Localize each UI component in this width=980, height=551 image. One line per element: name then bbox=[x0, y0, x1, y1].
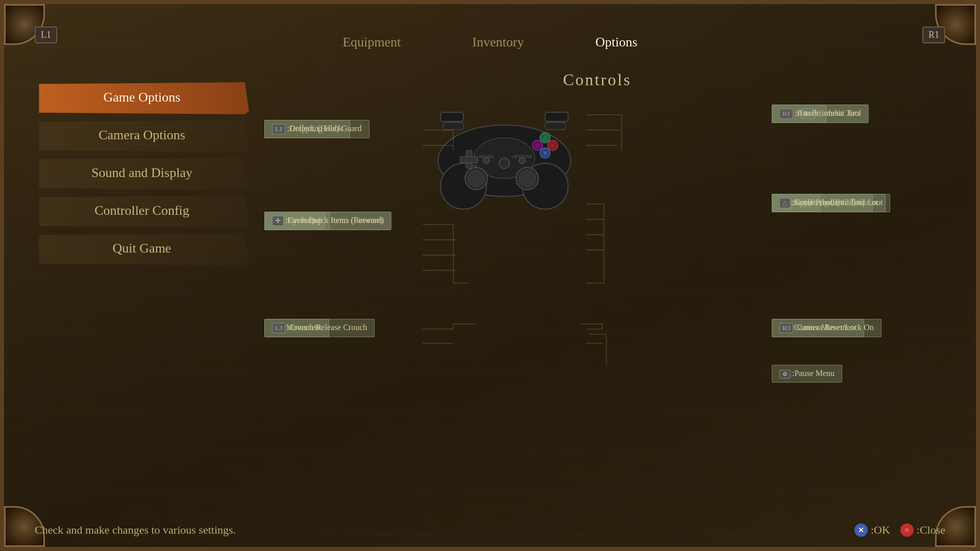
controller-image: SHARE OPTIONS bbox=[423, 99, 586, 232]
tab-options[interactable]: Options bbox=[565, 30, 668, 55]
status-bar: Check and make changes to various settin… bbox=[35, 523, 945, 537]
svg-point-16 bbox=[468, 170, 484, 187]
tab-inventory[interactable]: Inventory bbox=[442, 30, 554, 55]
tab-equipment[interactable]: Equipment bbox=[312, 30, 431, 55]
game-window: L1 Equipment Inventory Options R1 Game O… bbox=[0, 0, 980, 551]
ctrl-r1-attack: R1:Attack bbox=[772, 105, 826, 123]
options-icon: ⚙ bbox=[779, 370, 791, 379]
close-button[interactable]: ○ :Close bbox=[900, 523, 945, 537]
sidebar-item-quit-game[interactable]: Quit Game bbox=[35, 232, 249, 265]
controller-diagram: L2:Grappling Hook L1:Deflect, (Hold) Gua… bbox=[264, 99, 930, 365]
sidebar-item-sound-display[interactable]: Sound and Display bbox=[35, 156, 249, 190]
lb-button[interactable]: L1 bbox=[35, 27, 57, 43]
l1-icon: L1 bbox=[272, 124, 285, 134]
main-content: Game Options Camera Options Sound and Di… bbox=[35, 60, 945, 506]
svg-rect-14 bbox=[460, 157, 478, 163]
sidebar-item-controller-config[interactable]: Controller Config bbox=[35, 194, 249, 228]
nav-lb[interactable]: L1 bbox=[35, 27, 57, 43]
l3-icon: L3 bbox=[272, 323, 285, 333]
nav-tabs: Equipment Inventory Options bbox=[312, 14, 668, 55]
ctrl-triangle-cycle: △:Cycle Prosthetic Tool bbox=[772, 194, 873, 212]
sidebar-item-camera-options[interactable]: Camera Options bbox=[35, 118, 249, 152]
sidebar: Game Options Camera Options Sound and Di… bbox=[35, 60, 249, 506]
r3-icon: R3 bbox=[779, 323, 793, 333]
triangle-icon: △ bbox=[779, 198, 791, 208]
svg-text:✕: ✕ bbox=[543, 149, 548, 157]
svg-text:□: □ bbox=[536, 142, 540, 148]
ok-label: :OK bbox=[871, 523, 890, 537]
status-hint: Check and make changes to various settin… bbox=[35, 523, 236, 537]
x-button-symbol: ✕ bbox=[854, 523, 868, 537]
nav-bar: L1 Equipment Inventory Options R1 bbox=[35, 14, 945, 55]
svg-point-7 bbox=[483, 158, 489, 164]
controls-title: Controls bbox=[264, 70, 930, 89]
svg-point-8 bbox=[499, 158, 509, 168]
svg-text:△: △ bbox=[543, 135, 548, 141]
svg-text:○: ○ bbox=[551, 142, 555, 148]
close-label: :Close bbox=[917, 523, 945, 537]
nav-rb[interactable]: R1 bbox=[922, 27, 945, 43]
status-buttons: ✕ :OK ○ :Close bbox=[854, 523, 945, 537]
ok-button[interactable]: ✕ :OK bbox=[854, 523, 890, 537]
ctrl-l1-deflect: L1:Deflect, (Hold) Guard bbox=[264, 120, 370, 138]
svg-rect-9 bbox=[440, 112, 463, 121]
o-button-symbol: ○ bbox=[900, 523, 914, 537]
r1-icon: R1 bbox=[779, 109, 793, 119]
dpad-eavesdrop-icon: ✛ bbox=[272, 216, 284, 226]
svg-rect-11 bbox=[443, 122, 463, 130]
ctrl-options-pause: ⚙:Pause Menu bbox=[772, 365, 842, 383]
svg-point-6 bbox=[519, 158, 525, 164]
ctrl-r3-camera-reset: R3:Camera Reset/Lock On bbox=[772, 319, 881, 337]
controls-area: Controls L2:Grappling Hook L1:Deflect, (… bbox=[249, 60, 945, 506]
svg-point-18 bbox=[519, 170, 535, 187]
ctrl-l3-crouch: L3:Crouch/Release Crouch bbox=[264, 319, 375, 337]
ctrl-dpad-eavesdrop: ✛:Eavesdrop bbox=[264, 212, 330, 230]
sidebar-item-game-options[interactable]: Game Options bbox=[35, 81, 249, 114]
svg-rect-10 bbox=[545, 112, 568, 121]
rb-button[interactable]: R1 bbox=[922, 27, 945, 43]
svg-rect-12 bbox=[545, 122, 566, 130]
